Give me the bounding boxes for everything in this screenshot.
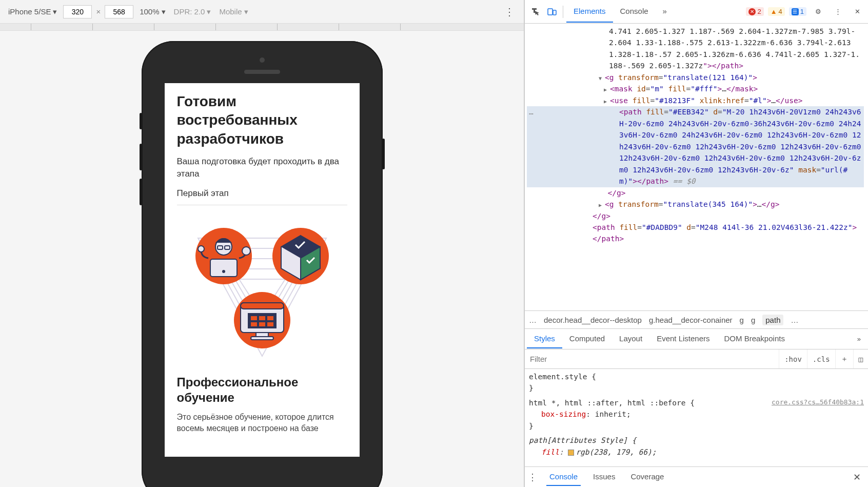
kebab-icon[interactable]: ⋮	[830, 4, 845, 20]
prop-name: box-sizing	[541, 410, 586, 418]
prop-name: fill	[541, 448, 559, 456]
style-rule[interactable]: core.css?cs…56f40b83a:1 html *, html ::a…	[529, 397, 864, 432]
svg-rect-29	[548, 9, 553, 15]
toggle-sidebar-icon[interactable]: ◫	[853, 349, 868, 368]
rule-selector: path[Attributes Style] {	[529, 435, 864, 446]
selected-node[interactable]: <path fill="#EEB342" d="M-20 1h243v6H-20…	[527, 106, 864, 187]
svg-rect-27	[256, 333, 268, 337]
info-count: 1	[800, 8, 804, 15]
close-icon[interactable]: ✕	[850, 4, 865, 20]
breadcrumb-item[interactable]: …	[529, 316, 537, 324]
device-name: iPhone 5/SE	[8, 7, 51, 16]
rule-source-link[interactable]: core.css?cs…56f40b83a:1	[772, 397, 864, 407]
svg-rect-28	[251, 337, 273, 340]
device-mode-icon[interactable]	[544, 4, 560, 20]
prop-value: rgb(238, 179, 66);	[576, 448, 656, 456]
error-badge[interactable]: ✕2	[746, 7, 763, 16]
svg-point-7	[222, 270, 225, 273]
drawer-tab-coverage[interactable]: Coverage	[627, 468, 667, 486]
tab-elements[interactable]: Elements	[566, 1, 613, 23]
illustration	[177, 218, 347, 361]
tab-computed[interactable]: Computed	[562, 329, 612, 348]
svg-rect-23	[267, 316, 273, 320]
rule-selector: element.style {	[529, 371, 864, 382]
width-input[interactable]	[63, 5, 92, 18]
breadcrumb-item-active[interactable]: path	[762, 315, 783, 325]
page-subtitle: Ваша подготовка будет проходить в два эт…	[177, 155, 347, 180]
stage-label: Первый этап	[177, 188, 347, 199]
dpr-select[interactable]: DPR: 2.0 ▾	[172, 6, 213, 17]
section-heading: Профессиональное обучение	[177, 375, 347, 405]
new-rule-button[interactable]: ＋	[835, 349, 853, 368]
info-badge[interactable]: ☰1	[789, 7, 806, 16]
cls-toggle[interactable]: .cls	[807, 349, 835, 368]
throttle-select[interactable]: Mobile ▾	[217, 6, 250, 17]
chevron-down-icon: ▾	[207, 7, 211, 16]
drawer: ⋮ Console Issues Coverage ✕	[525, 466, 868, 487]
hov-toggle[interactable]: :hov	[779, 349, 807, 368]
styles-tabs: Styles Computed Layout Event Listeners D…	[525, 329, 868, 349]
breadcrumb-item[interactable]: g.head__decor-conainer	[649, 316, 733, 324]
app-root: iPhone 5/SE ▾ × 100% ▾ DPR: 2.0 ▾ Mobile…	[0, 0, 868, 487]
svg-point-11	[198, 246, 204, 252]
phone-frame: Готовим востребованных разработчиков Ваш…	[142, 41, 383, 487]
phone-camera	[260, 57, 265, 63]
style-rule[interactable]: path[Attributes Style] { fill: rgb(238, …	[529, 435, 864, 458]
warning-count: 4	[779, 8, 782, 15]
gear-icon[interactable]: ⚙	[811, 4, 826, 20]
chevron-down-icon: ▾	[162, 7, 166, 16]
chevron-down-icon: ▾	[53, 7, 57, 16]
breadcrumb-item[interactable]: decor.head__decor--desktop	[544, 316, 642, 324]
drawer-tab-issues[interactable]: Issues	[590, 468, 618, 486]
svg-rect-6	[210, 259, 237, 277]
throttle-value: Mobile	[219, 7, 242, 16]
phone-side-button	[140, 144, 142, 170]
phone-screen[interactable]: Готовим востребованных разработчиков Ваш…	[165, 83, 360, 457]
breadcrumb-item[interactable]: g	[751, 316, 755, 324]
drawer-tab-console[interactable]: Console	[546, 468, 581, 486]
zoom-value: 100%	[140, 7, 159, 16]
drawer-close-icon[interactable]: ✕	[849, 470, 865, 485]
divider	[177, 205, 347, 205]
inspect-icon[interactable]	[528, 4, 543, 20]
svg-rect-19	[241, 303, 284, 309]
breadcrumb-more[interactable]: …	[791, 316, 798, 324]
device-menu-button[interactable]: ⋮	[501, 6, 518, 18]
dom-tree[interactable]: 4.741 2.605-1.327 1.187-.569 2.604-1.327…	[525, 24, 868, 310]
phone-side-button	[382, 139, 385, 169]
prop-value: inherit;	[595, 410, 631, 418]
tab-dom-breakpoints[interactable]: DOM Breakpoints	[717, 329, 792, 348]
section-body: Это серьёзное обучение, которое длится в…	[177, 412, 347, 435]
dimension-separator: ×	[96, 7, 101, 16]
svg-point-12	[242, 247, 250, 255]
phone-speaker	[244, 70, 280, 74]
warning-badge[interactable]: ▲4	[768, 7, 785, 16]
tab-more[interactable]: »	[656, 1, 674, 23]
tab-event-listeners[interactable]: Event Listeners	[649, 329, 717, 348]
viewport-pane: iPhone 5/SE ▾ × 100% ▾ DPR: 2.0 ▾ Mobile…	[0, 0, 524, 487]
color-swatch[interactable]	[568, 450, 574, 456]
viewport-area: Готовим востребованных разработчиков Ваш…	[0, 31, 524, 487]
styles-body[interactable]: element.style { } core.css?cs…56f40b83a:…	[525, 369, 868, 466]
styles-filter-row: :hov .cls ＋ ◫	[525, 349, 868, 369]
zoom-select[interactable]: 100% ▾	[137, 6, 167, 17]
svg-rect-25	[259, 322, 265, 326]
page-heading: Готовим востребованных разработчиков	[177, 92, 347, 148]
styles-tabs-more[interactable]: »	[852, 332, 866, 346]
tab-styles[interactable]: Styles	[527, 329, 562, 348]
drawer-menu-icon[interactable]: ⋮	[528, 472, 537, 483]
breadcrumb-item[interactable]: g	[740, 316, 744, 324]
page-content: Готовим востребованных разработчиков Ваш…	[165, 83, 360, 444]
phone-side-button	[140, 179, 142, 205]
style-rule[interactable]: element.style { }	[529, 371, 864, 394]
height-input[interactable]	[105, 5, 133, 18]
styles-filter-input[interactable]	[525, 355, 779, 363]
dpr-value: DPR: 2.0	[174, 7, 205, 16]
svg-rect-24	[251, 322, 257, 326]
phone-side-button	[140, 113, 142, 129]
device-select[interactable]: iPhone 5/SE ▾	[6, 6, 59, 17]
devtools-pane: Elements Console » ✕2 ▲4 ☰1 ⚙ ⋮ ✕ 4.741 …	[524, 0, 868, 487]
error-count: 2	[757, 8, 761, 15]
tab-layout[interactable]: Layout	[612, 329, 649, 348]
tab-console[interactable]: Console	[613, 1, 656, 23]
